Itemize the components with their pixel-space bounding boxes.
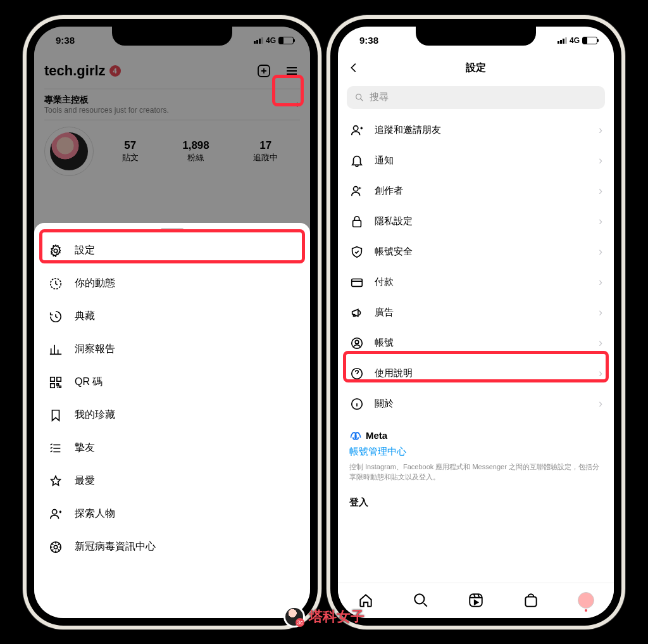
login-section-label: 登入 <box>338 488 614 511</box>
menu-item-label: 你的動態 <box>75 277 115 290</box>
discover-icon <box>48 507 63 522</box>
menu-item-label: 我的珍藏 <box>75 408 115 422</box>
settings-item-label: 隱私設定 <box>375 215 413 227</box>
settings-item-help[interactable]: 使用說明› <box>347 358 605 389</box>
chevron-right-icon: › <box>599 306 602 319</box>
lock-icon <box>349 214 364 229</box>
card-icon <box>349 275 364 290</box>
settings-item-bell[interactable]: 通知› <box>347 146 605 176</box>
tab-search[interactable] <box>412 591 430 609</box>
activity-icon <box>48 276 63 291</box>
settings-item-label: 付款 <box>375 276 394 288</box>
menu-sheet: 設定你的動態典藏洞察報告QR 碼我的珍藏摯友最愛探索人物新冠病毒資訊中心 <box>34 223 310 618</box>
menu-item-label: 摯友 <box>75 441 95 455</box>
menu-item-label: 最愛 <box>75 474 95 488</box>
settings-item-megaphone[interactable]: 廣告› <box>347 298 605 328</box>
chevron-right-icon: › <box>599 275 602 289</box>
menu-item-label: 洞察報告 <box>75 343 115 356</box>
menu-item-insights[interactable]: 洞察報告 <box>34 333 310 366</box>
svg-point-10 <box>354 125 358 130</box>
account-icon <box>349 336 364 351</box>
menu-item-label: QR 碼 <box>75 376 103 389</box>
menu-item-favorites[interactable]: 最愛 <box>34 465 310 498</box>
menu-item-closefriends[interactable]: 摯友 <box>34 432 310 465</box>
menu-item-archive[interactable]: 典藏 <box>34 300 310 333</box>
meta-icon <box>349 429 362 442</box>
tab-reels[interactable] <box>467 591 485 609</box>
saved-icon <box>48 408 63 423</box>
settings-icon <box>48 243 63 258</box>
menu-item-covid[interactable]: 新冠病毒資訊中心 <box>34 531 310 564</box>
shield-icon <box>349 244 364 260</box>
chevron-right-icon: › <box>599 154 602 167</box>
svg-rect-13 <box>352 279 363 286</box>
back-button[interactable] <box>347 61 361 77</box>
search-icon <box>354 92 364 103</box>
svg-point-15 <box>355 340 359 344</box>
settings-item-follow-invite[interactable]: 追蹤和邀請朋友› <box>347 115 605 146</box>
settings-title: 設定 <box>466 61 486 75</box>
svg-rect-12 <box>353 220 361 227</box>
menu-item-label: 典藏 <box>75 310 95 323</box>
chevron-right-icon: › <box>599 245 602 258</box>
svg-rect-5 <box>51 383 54 387</box>
settings-item-label: 廣告 <box>375 306 394 319</box>
tab-shop[interactable] <box>522 591 540 609</box>
svg-rect-20 <box>525 597 536 607</box>
menu-item-label: 設定 <box>75 244 95 257</box>
status-time: 9:38 <box>359 35 378 46</box>
settings-item-creator[interactable]: 創作者› <box>347 176 605 206</box>
help-icon <box>349 366 364 381</box>
settings-header: 設定 <box>338 54 614 82</box>
notch <box>416 27 536 46</box>
chevron-right-icon: › <box>599 123 602 137</box>
menu-item-qrcode[interactable]: QR 碼 <box>34 366 310 399</box>
covid-icon <box>48 540 63 555</box>
megaphone-icon <box>349 305 364 320</box>
settings-item-label: 使用說明 <box>375 367 413 379</box>
meta-description: 控制 Instagram、Facebook 應用程式和 Messenger 之間… <box>349 462 602 483</box>
creator-icon <box>349 184 364 199</box>
settings-item-account[interactable]: 帳號› <box>347 328 605 358</box>
archive-icon <box>48 309 63 324</box>
tab-profile[interactable] <box>577 591 595 609</box>
menu-item-settings[interactable]: 設定 <box>34 234 310 267</box>
sheet-grabber[interactable] <box>161 228 184 230</box>
watermark: 3c 塔科女子 <box>284 606 364 628</box>
search-input[interactable]: 搜尋 <box>347 86 605 109</box>
battery-icon <box>582 37 597 44</box>
settings-item-label: 帳號安全 <box>375 246 413 258</box>
svg-point-9 <box>356 94 361 99</box>
phone-frame-right: 9:38 4G 設定 搜尋 追蹤和邀請朋友›通知›創作者›隱私設定›帳號安全›付… <box>327 15 625 629</box>
menu-item-activity[interactable]: 你的動態 <box>34 267 310 300</box>
qrcode-icon <box>48 375 63 390</box>
settings-item-shield[interactable]: 帳號安全› <box>347 237 605 267</box>
notch <box>112 27 232 46</box>
accounts-center-link[interactable]: 帳號管理中心 <box>349 446 602 458</box>
chevron-right-icon: › <box>599 336 602 350</box>
chevron-right-icon: › <box>599 397 602 410</box>
chevron-right-icon: › <box>599 215 602 228</box>
menu-item-saved[interactable]: 我的珍藏 <box>34 399 310 432</box>
settings-item-label: 追蹤和邀請朋友 <box>375 124 441 136</box>
follow-invite-icon <box>349 123 364 138</box>
menu-item-discover[interactable]: 探索人物 <box>34 498 310 531</box>
svg-rect-19 <box>470 594 482 607</box>
svg-point-11 <box>354 186 358 191</box>
closefriends-icon <box>48 441 63 456</box>
settings-item-label: 創作者 <box>375 185 403 197</box>
svg-point-6 <box>53 509 57 514</box>
settings-item-card[interactable]: 付款› <box>347 267 605 298</box>
svg-point-8 <box>54 545 58 549</box>
settings-item-lock[interactable]: 隱私設定› <box>347 206 605 237</box>
favorites-icon <box>48 474 63 489</box>
settings-item-info[interactable]: 關於› <box>347 389 605 419</box>
settings-item-label: 帳號 <box>375 337 394 349</box>
svg-point-1 <box>54 249 58 253</box>
svg-rect-3 <box>51 377 54 381</box>
svg-point-18 <box>414 594 424 603</box>
menu-item-label: 新冠病毒資訊中心 <box>75 540 156 553</box>
settings-item-label: 關於 <box>375 398 394 410</box>
menu-item-label: 探索人物 <box>75 507 115 521</box>
chevron-right-icon: › <box>599 184 602 198</box>
